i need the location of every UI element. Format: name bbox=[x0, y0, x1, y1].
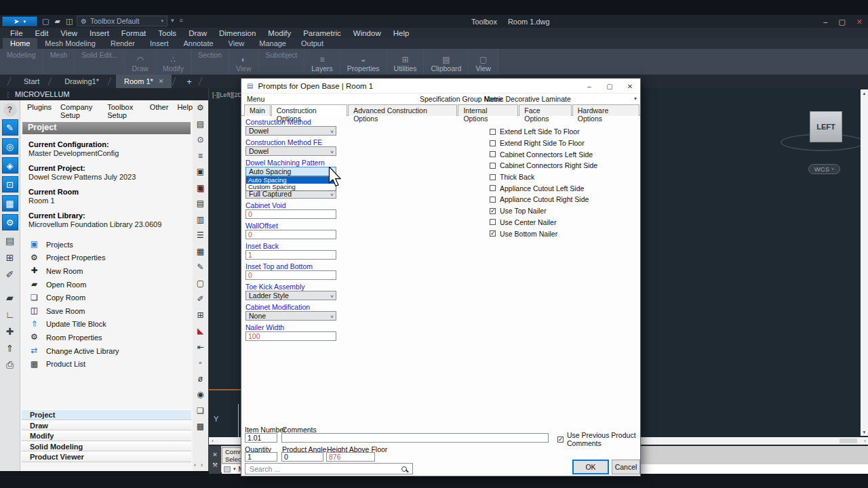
menu-item[interactable]: File bbox=[4, 29, 29, 37]
show-eye-icon[interactable]: ◉ bbox=[197, 390, 203, 399]
help-icon[interactable]: ? bbox=[3, 103, 17, 117]
project-section-header[interactable]: Project bbox=[22, 122, 191, 134]
accordion-section[interactable]: Solid Modeling bbox=[22, 441, 191, 452]
dialog-tab[interactable]: Internal Options bbox=[458, 104, 518, 116]
mv-logo-icon[interactable]: ◣ bbox=[197, 327, 203, 336]
construction-method-fe-select[interactable]: Dowel ˅ bbox=[245, 146, 336, 156]
ribbon-panel[interactable]: ◐ View bbox=[229, 49, 259, 75]
menu-item[interactable]: View bbox=[54, 29, 83, 37]
clipboard-icon[interactable]: ▤ bbox=[2, 233, 18, 247]
item-number-input[interactable]: 1.01 bbox=[245, 433, 277, 443]
new-room-item[interactable]: ✚ New Room bbox=[20, 264, 193, 278]
app-maximize-button[interactable]: ▢ bbox=[838, 18, 845, 26]
monitor-alert-icon[interactable]: ▣ bbox=[197, 184, 204, 192]
viewport-vertical-scrollbar[interactable]: ▲ ▼ bbox=[861, 89, 868, 436]
dialog-tab[interactable]: Main bbox=[244, 104, 271, 116]
dialog-close-button[interactable]: ✕ bbox=[620, 79, 640, 94]
checkbox-row[interactable]: Appliance Cutout Right Side bbox=[490, 194, 639, 205]
dialog-maximize-button[interactable]: ▢ bbox=[599, 79, 620, 94]
checkbox-row[interactable]: Cabinet Connectors Left Side bbox=[490, 148, 639, 160]
checkbox[interactable] bbox=[490, 129, 496, 135]
ribbon-panel[interactable]: ▢ View bbox=[469, 49, 498, 75]
pencil-icon[interactable]: ✎ bbox=[197, 263, 203, 272]
palette-menu-item[interactable]: Help bbox=[177, 103, 193, 119]
dialog-tab[interactable]: Hardware Options bbox=[572, 104, 639, 116]
file-tab-start[interactable]: Start bbox=[16, 75, 47, 88]
ribbon-panel[interactable]: ▤ Clipboard bbox=[424, 49, 469, 75]
folder-icon[interactable]: ▰ bbox=[2, 290, 18, 304]
quantity-input[interactable]: 1 bbox=[245, 452, 277, 462]
checkbox[interactable] bbox=[490, 174, 496, 180]
menu-item[interactable]: Dimension bbox=[213, 29, 262, 37]
cabinet-void-input[interactable]: 0 bbox=[245, 209, 336, 219]
file-tab-room1[interactable]: Room 1* ✕ bbox=[116, 75, 172, 88]
dowel-machining-pattern-select[interactable]: Auto Spacing ˅ bbox=[245, 167, 336, 176]
checkbox[interactable] bbox=[490, 230, 496, 237]
dialog-minimize-button[interactable]: – bbox=[579, 79, 599, 94]
menu-item[interactable]: Tools bbox=[152, 29, 182, 37]
list-icon[interactable]: ☰ bbox=[197, 231, 204, 240]
app-minimize-button[interactable]: – bbox=[823, 18, 827, 26]
nailer-width-input[interactable]: 100 bbox=[245, 331, 336, 341]
qat-overflow-caret-icon[interactable]: ▾ bbox=[171, 17, 174, 24]
measure-icon[interactable]: ∟ bbox=[2, 307, 18, 321]
room-properties-item[interactable]: ⚙ Room Properties bbox=[20, 331, 193, 344]
checkbox-row[interactable]: Appliance Cutout Left Side bbox=[490, 182, 639, 194]
ribbon-panel[interactable]: Section bbox=[191, 49, 229, 75]
checkbox[interactable] bbox=[490, 140, 496, 146]
grid-icon[interactable]: ▩ bbox=[197, 422, 204, 431]
checkbox[interactable] bbox=[490, 208, 496, 214]
menu-item[interactable]: Format bbox=[115, 29, 152, 37]
app-close-button[interactable]: ✕ bbox=[856, 18, 863, 26]
project-properties-item[interactable]: ⚙ Project Properties bbox=[20, 251, 193, 265]
palette-header[interactable]: ⋮ MICROVELLUM bbox=[0, 88, 208, 100]
checkbox[interactable] bbox=[490, 151, 496, 157]
ribbon-panel[interactable]: ◒ Properties bbox=[340, 49, 387, 75]
dropdown-option[interactable]: Custom Spacing bbox=[246, 184, 336, 190]
menu-item[interactable]: Insert bbox=[83, 29, 115, 37]
qat-overflow-icon[interactable]: ≡ bbox=[180, 17, 183, 24]
scroll-right-icon[interactable]: › bbox=[864, 438, 866, 444]
ribbon-tab[interactable]: Annotate bbox=[176, 38, 221, 49]
workspace-selector[interactable]: ⚙ Toolbox Default ▾ bbox=[77, 16, 167, 26]
wcs-selector[interactable]: WCS ˅ bbox=[808, 164, 840, 174]
cabinet-modification-select[interactable]: None ˅ bbox=[245, 311, 336, 321]
toe-kick-assembly-select[interactable]: Ladder Style ˅ bbox=[245, 291, 336, 300]
inset-top-bottom-input[interactable]: 0 bbox=[245, 270, 336, 280]
camera-icon[interactable]: ⊡ bbox=[2, 176, 18, 192]
ribbon-panel[interactable]: ∴ Modify bbox=[156, 49, 191, 75]
menu-item[interactable]: Draw bbox=[182, 29, 213, 37]
scrollbar-thumb[interactable] bbox=[840, 439, 857, 443]
use-previous-comments-checkbox[interactable]: Use Previous Product Comments bbox=[557, 434, 640, 445]
projects-item[interactable]: ▣ Projects bbox=[20, 238, 193, 251]
product-angle-input[interactable]: 0 bbox=[281, 452, 323, 462]
ribbon-tab[interactable]: Home bbox=[3, 38, 37, 49]
menu-item[interactable]: Modify bbox=[262, 29, 297, 37]
command-close-icon[interactable]: ✕ bbox=[212, 451, 218, 458]
checkbox[interactable] bbox=[490, 197, 496, 203]
save-icon[interactable]: ◫ bbox=[66, 17, 73, 26]
ribbon-panel[interactable]: ≡ Layers bbox=[304, 49, 340, 75]
page-icon[interactable]: ▢ bbox=[197, 279, 204, 288]
height-above-floor-input[interactable]: 876 bbox=[326, 452, 375, 462]
accordion-section[interactable]: Product Viewer bbox=[22, 451, 191, 462]
checkbox-row[interactable]: Use Bottom Nailer bbox=[490, 228, 639, 239]
tab-close-icon[interactable]: ✕ bbox=[159, 78, 164, 85]
accordion-section[interactable]: Project bbox=[22, 409, 191, 420]
doc-export-icon[interactable]: ⇑ bbox=[2, 341, 18, 355]
checkbox-row[interactable]: Use Center Nailer bbox=[490, 217, 639, 228]
dialog-tab[interactable]: Advanced Construction Options bbox=[348, 104, 457, 116]
checkbox-row[interactable]: Extend Left Side To Floor bbox=[490, 126, 639, 138]
monitor-icon[interactable]: ▣ bbox=[197, 167, 204, 176]
report-doc2-icon[interactable]: ▥ bbox=[197, 216, 204, 224]
ribbon-tab[interactable]: Output bbox=[294, 38, 331, 49]
table-icon[interactable]: ▦ bbox=[197, 247, 204, 256]
checkbox-row[interactable]: Use Top Nailer bbox=[490, 205, 639, 217]
selection-icon[interactable]: ▫ bbox=[199, 359, 201, 367]
open-room-item[interactable]: ▰ Open Room bbox=[20, 278, 193, 291]
palette-menu-item[interactable]: Plugins bbox=[27, 103, 52, 119]
checkbox-row[interactable]: Extend Right Side To Floor bbox=[490, 138, 639, 149]
accordion-section[interactable]: Draw bbox=[22, 420, 191, 431]
db-search-icon[interactable]: ⊙ bbox=[197, 136, 203, 144]
dialog-tab[interactable]: Face Options bbox=[519, 104, 571, 116]
